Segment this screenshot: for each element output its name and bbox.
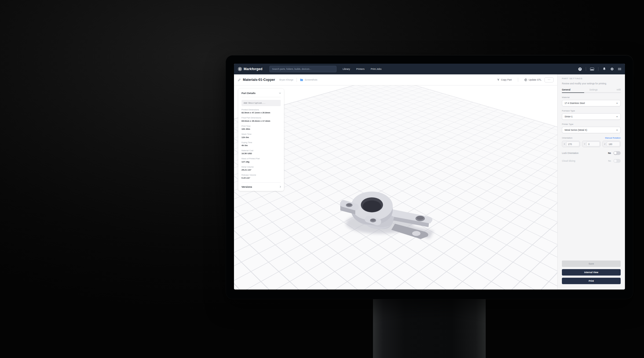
part-details-card: Part Details Add Description... Printed … [238, 89, 284, 191]
cloud-slicing-toggle [613, 159, 621, 163]
chevron-down-icon: ▼ [616, 102, 618, 104]
chevron-down-icon: ▼ [616, 129, 618, 131]
markforged-hex-icon [238, 67, 242, 71]
orientation-inputs: X 270 Y 0 Z 180 [562, 141, 621, 147]
part-toolbar: Materials-01-Copper Bryan Khorge Screens… [234, 74, 557, 85]
save-button: Save [562, 261, 621, 267]
printer-type-value: Metal Series (Metal X) [565, 129, 587, 131]
field-value: 69.0mm x 39.4mm x 17.4mm [241, 120, 281, 122]
edit-pencil-icon[interactable] [238, 78, 241, 81]
field-label: Release Volume [241, 174, 281, 176]
settings-icon[interactable] [610, 67, 614, 71]
cloud-slicing-label: Cloud Slicing [562, 160, 575, 162]
field-label: Printed Dimensions [241, 109, 281, 111]
notifications-icon[interactable] [602, 67, 606, 71]
panel-title: PART SETTINGS [562, 77, 621, 80]
material-value: 17-4 Stainless Steel [565, 102, 585, 104]
internal-view-button[interactable]: Internal View [562, 269, 621, 276]
x-rotation-input[interactable]: X 270 [562, 141, 580, 147]
y-rotation-input[interactable]: Y 0 [582, 141, 600, 147]
material-label: Material [562, 96, 621, 99]
versions-row[interactable]: Versions [241, 182, 281, 191]
field-value: 12h 0m [241, 136, 281, 139]
manual-rotation-link[interactable]: Manual Rotation [605, 137, 621, 139]
spacer [562, 163, 621, 261]
menu-icon[interactable] [618, 68, 621, 70]
update-stl-label: Update STL [529, 78, 541, 81]
nav-link-library[interactable]: Library [343, 68, 350, 70]
folder-name: Screenshots [305, 78, 317, 81]
axis-value: 0 [586, 142, 599, 146]
app-window: Markforged Library Printers Print Jobs ? [234, 64, 625, 290]
field-value: 0.24 cm³ [241, 177, 281, 179]
description-field[interactable]: Add Description... [241, 100, 281, 106]
field-value: 82.5mm x 47.1mm x 20.8mm [241, 111, 281, 114]
axis-value: 270 [566, 142, 579, 146]
copy-part-button[interactable]: Copy Part [497, 78, 512, 81]
chevron-right-icon [279, 186, 281, 188]
field-release-volume: Release Volume 0.24 cm³ [241, 174, 281, 179]
nav-link-printers[interactable]: Printers [356, 68, 365, 70]
breadcrumb[interactable]: Screenshots [300, 78, 317, 81]
part-details-title: Part Details [241, 92, 255, 95]
tab-settings[interactable]: Settings [589, 88, 598, 92]
divider [598, 67, 598, 71]
field-label: Metal Volume [241, 166, 281, 168]
divider [518, 78, 518, 82]
field-drying-time: Drying Time 4h 0m [241, 141, 281, 147]
display-icon[interactable] [590, 68, 594, 71]
update-stl-button[interactable]: Update STL [524, 78, 541, 81]
part-3d-model[interactable] [338, 184, 438, 245]
divider [297, 78, 297, 82]
z-rotation-input[interactable]: Z 180 [602, 141, 621, 147]
part-name-title: Materials-01-Copper [243, 78, 275, 82]
lock-orientation-toggle[interactable] [613, 151, 621, 155]
cloud-slicing-state: No [608, 160, 611, 162]
print-button[interactable]: Print [562, 278, 621, 284]
help-icon[interactable]: ? [578, 67, 582, 71]
axis-label: Y [583, 143, 586, 145]
cloud-slicing-row: Cloud Slicing No [562, 159, 621, 163]
lock-orientation-state: No [608, 152, 611, 154]
furnace-type-value: Sinter-1 [565, 115, 573, 118]
more-options-button[interactable]: ··· [544, 77, 554, 82]
field-material-cost: Material Cost 16.50 USD [241, 149, 281, 155]
field-print-time: Print Time 10h 39m [241, 125, 281, 131]
search-input[interactable] [269, 66, 336, 72]
field-label: Final Part Dimensions [241, 117, 281, 119]
main-content: Materials-01-Copper Bryan Khorge Screens… [234, 74, 625, 290]
3d-viewport[interactable]: Part Details Add Description... Printed … [234, 85, 557, 290]
axis-label: Z [603, 143, 607, 145]
monitor: Markforged Library Printers Print Jobs ? [226, 55, 633, 299]
furnace-type-select[interactable]: Sinter-1 ▼ [562, 113, 621, 120]
axis-value: 180 [607, 142, 620, 146]
field-value: 25.21 cm³ [241, 169, 281, 171]
field-printed-dimensions: Printed Dimensions 82.5mm x 47.1mm x 20.… [241, 109, 281, 114]
owner-name: Bryan Khorge [279, 78, 293, 81]
globe-icon [524, 78, 527, 81]
field-mass-of-printed-part: Mass of Printed Part 127.18g [241, 157, 281, 163]
orientation-row: Orientation Manual Rotation [562, 137, 621, 139]
field-value: 127.18g [241, 161, 281, 163]
nav-links: Library Printers Print Jobs [343, 68, 382, 70]
field-wash-time: Wash Time 12h 0m [241, 133, 281, 139]
field-label: Mass of Printed Part [241, 157, 281, 160]
field-value: 4h 0m [241, 144, 281, 147]
material-select[interactable]: 17-4 Stainless Steel ▼ [562, 100, 621, 106]
field-label: Material Cost [241, 149, 281, 152]
divider [586, 67, 586, 71]
printer-type-select[interactable]: Metal Series (Metal X) ▼ [562, 127, 621, 133]
copy-part-label: Copy Part [501, 78, 512, 81]
nav-link-print-jobs[interactable]: Print Jobs [371, 68, 382, 70]
lock-orientation-label: Lock Orientation [562, 152, 579, 154]
part-details-header[interactable]: Part Details [241, 92, 281, 97]
field-label: Wash Time [241, 133, 281, 135]
field-label: Print Time [241, 125, 281, 127]
markforged-logo[interactable]: Markforged [238, 67, 262, 71]
tab-infill[interactable]: Infill [617, 88, 621, 92]
navbar-icons: ? [578, 67, 621, 71]
toolbar-actions: Copy Part Update STL ··· [497, 77, 554, 82]
tab-general[interactable]: General [562, 88, 570, 92]
field-value: 16.50 USD [241, 152, 281, 155]
part-settings-panel: PART SETTINGS Review and modify your set… [557, 74, 625, 290]
